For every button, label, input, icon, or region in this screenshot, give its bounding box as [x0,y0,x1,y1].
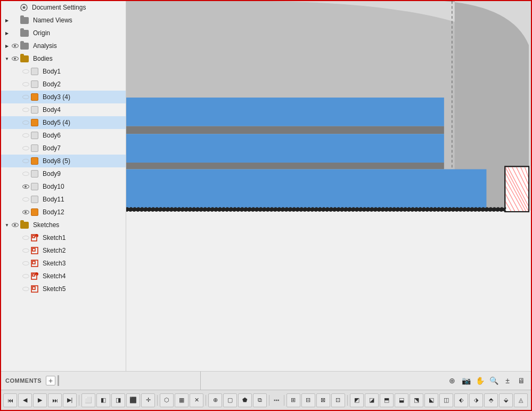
comments-add-button[interactable]: + [46,376,55,385]
visibility-body2[interactable] [21,80,30,88]
toolbar-btn-play-to[interactable]: ▶| [63,393,77,407]
toolbar-btn-back[interactable]: ◀ [18,393,32,407]
transform-icon[interactable]: ⊕ [447,375,457,386]
zoom-icon[interactable]: ± [502,375,513,386]
toolbar-btn-15[interactable]: ⊠ [316,393,330,407]
toolbar-btn-7[interactable]: ▦ [175,393,189,407]
sidebar-item-body3[interactable]: Body3 (4) [1,91,126,103]
visibility-bodies[interactable] [11,54,19,63]
visibility-sketch2[interactable] [21,246,30,255]
toolbar-btn-5[interactable]: ✛ [141,393,155,407]
visibility-body5[interactable] [21,118,30,127]
icon-body11 [31,196,38,203]
toolbar-btn-24[interactable]: ⬖ [454,393,468,407]
sidebar-item-body8[interactable]: Body8 (5) [1,155,126,167]
toolbar-btn-25[interactable]: ⬗ [469,393,483,407]
label-body3: Body3 (4) [43,93,70,101]
sidebar-item-origin[interactable]: Origin [1,27,126,39]
viewport-3d[interactable] [126,1,531,371]
comments-label: COMMENTS [5,377,42,384]
toolbar-btn-17[interactable]: ◩ [350,393,364,407]
sidebar-item-sketch5[interactable]: Sketch5 [1,283,126,295]
toolbar-btn-14[interactable]: ⊟ [301,393,315,407]
toolbar-btn-1[interactable]: ⬜ [81,393,95,407]
visibility-body7[interactable] [21,144,30,152]
toolbar-btn-9[interactable]: ⊕ [208,393,222,407]
toolbar-btn-fwd[interactable]: ⏭ [48,393,62,407]
toolbar-btn-3[interactable]: ◨ [111,393,125,407]
visibility-body12[interactable] [21,208,30,216]
sidebar-item-sketch4[interactable]: !Sketch4 [1,270,126,283]
visibility-sketches[interactable] [11,221,19,229]
sidebar-item-body1[interactable]: Body1 [1,65,126,78]
visibility-sketch1[interactable] [21,233,30,242]
toolbar-btn-19[interactable]: ⬒ [380,393,394,407]
icon-document-settings [20,4,28,11]
sidebar-item-body4[interactable]: Body4 [1,103,126,116]
toolbar-btn-12[interactable]: ⧉ [253,393,267,407]
toolbar-btn-16[interactable]: ⊡ [331,393,345,407]
tree-toggle-named-views[interactable] [3,17,11,24]
tree-toggle-analysis[interactable] [3,42,11,50]
sidebar-item-body7[interactable]: Body7 [1,142,126,155]
sidebar-item-document-settings[interactable]: Document Settings [1,1,126,14]
visibility-body10[interactable] [21,182,30,191]
svg-rect-23 [126,211,531,371]
toolbar-btn-13[interactable]: ⊞ [287,393,300,407]
toolbar-btn-11[interactable]: ⬟ [238,393,252,407]
icon-body8 [31,157,38,165]
visibility-sketch4[interactable] [21,272,30,280]
pan-icon[interactable]: ✋ [474,375,485,386]
toolbar-btn-4[interactable]: ⬛ [126,393,140,407]
sidebar-item-body9[interactable]: Body9 [1,167,126,180]
sidebar-item-body10[interactable]: Body10 [1,180,126,193]
display-icon[interactable]: 🖥 [516,375,527,386]
label-body5: Body5 (4) [43,119,70,126]
visibility-sketch5[interactable] [21,285,30,293]
toolbar-btn-22[interactable]: ⬕ [424,393,438,407]
toolbar-btn-10[interactable]: ▢ [223,393,237,407]
camera-icon[interactable]: 📷 [461,375,471,386]
sidebar-item-body2[interactable]: Body2 [1,78,126,91]
sidebar-item-body6[interactable]: Body6 [1,129,126,142]
tree-toggle-bodies[interactable] [3,55,11,62]
icon-body4 [31,106,38,114]
sidebar-item-body11[interactable]: Body11 [1,193,126,206]
sidebar-item-sketch1[interactable]: !Sketch1 [1,231,126,244]
toolbar-btn-skip-back[interactable]: ⏮ [3,393,17,407]
toolbar-btn-23[interactable]: ◫ [439,393,453,407]
visibility-body9[interactable] [21,170,30,178]
visibility-analysis[interactable] [11,42,19,50]
sidebar-item-analysis[interactable]: Analysis [1,39,126,52]
tree-toggle-sketches[interactable] [3,221,11,229]
sidebar-item-body12[interactable]: Body12 [1,206,126,219]
visibility-body3[interactable] [21,93,30,101]
comments-section: COMMENTS + [1,372,201,390]
toolbar-sep-4 [269,395,269,406]
toolbar-btn-8[interactable]: ✕ [190,393,203,407]
toolbar-btn-26[interactable]: ⬘ [484,393,498,407]
toolbar-btn-6[interactable]: ⬡ [160,393,174,407]
sidebar-item-bodies[interactable]: Bodies [1,52,126,65]
visibility-body11[interactable] [21,195,30,204]
visibility-body4[interactable] [21,106,30,114]
toolbar-btn-20[interactable]: ⬓ [395,393,408,407]
sidebar-item-sketch3[interactable]: Sketch3 [1,257,126,270]
sidebar-item-named-views[interactable]: Named Views [1,14,126,27]
toolbar-btn-18[interactable]: ◪ [365,393,379,407]
toolbar-btn-27[interactable]: ⬙ [499,393,513,407]
toolbar-btn-2[interactable]: ◧ [96,393,110,407]
visibility-body8[interactable] [21,157,30,165]
tree-toggle-origin[interactable] [3,29,11,37]
visibility-body6[interactable] [21,131,30,140]
toolbar-btn-21[interactable]: ⬔ [410,393,423,407]
sidebar-item-body5[interactable]: Body5 (4) [1,116,126,129]
sidebar-item-sketch2[interactable]: Sketch2 [1,244,126,257]
visibility-body1[interactable] [21,67,30,76]
toolbar-btn-28[interactable]: ◬ [514,393,528,407]
toolbar-btn-play[interactable]: ▶ [33,393,47,407]
visibility-sketch3[interactable] [21,259,30,268]
toolbar-more: ▪▪▪ [272,397,282,403]
sidebar-item-sketches[interactable]: Sketches [1,219,126,231]
zoom-in-icon[interactable]: 🔍 [488,375,499,386]
